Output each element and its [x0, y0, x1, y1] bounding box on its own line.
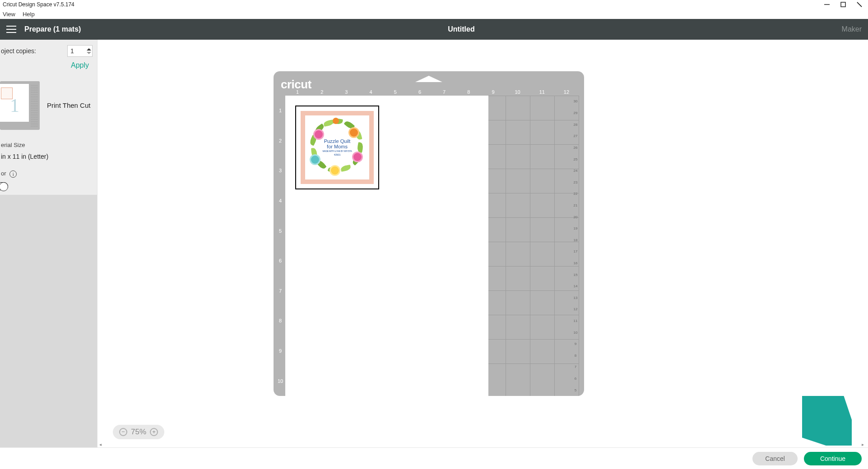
hamburger-icon[interactable] — [6, 26, 16, 33]
project-copies-input[interactable]: 1 — [67, 45, 93, 57]
zoom-in-icon[interactable]: + — [150, 428, 158, 436]
paper-area: Puzzle Quilt for Moms MADE WITH LOVE BY … — [285, 96, 488, 396]
svg-line-3 — [857, 2, 862, 7]
mirror-label: or — [1, 170, 6, 177]
material-size-label: erial Size — [0, 138, 97, 151]
mat-number: 1 — [10, 95, 19, 116]
ruler-vertical: 123 456 789 10 — [276, 96, 284, 396]
zoom-level: 75% — [131, 428, 146, 437]
annotation-arrow-icon — [802, 396, 852, 446]
window-title: Cricut Design Space v7.5.174 — [3, 1, 823, 8]
left-sidebar: oject copies: 1 Apply 1 Print Then Cut e… — [0, 40, 97, 447]
zoom-control[interactable]: − 75% + — [113, 425, 164, 439]
mat-handle-icon — [413, 74, 445, 83]
prepare-label: Prepare (1 mats) — [24, 25, 81, 33]
stepper-down-icon[interactable] — [87, 52, 91, 54]
sidebar-spacer — [0, 195, 97, 447]
mirror-toggle[interactable] — [0, 182, 8, 190]
mat-thumbnail-row[interactable]: 1 Print Then Cut — [0, 78, 97, 138]
canvas-area[interactable]: cricut 123 456 789 101112 123 456 789 10 — [97, 40, 868, 447]
window-close-icon[interactable] — [855, 0, 863, 9]
stepper-up-icon[interactable] — [87, 48, 91, 51]
scroll-right-icon[interactable]: ▸ — [862, 442, 866, 447]
cancel-button[interactable]: Cancel — [752, 452, 798, 465]
ruler-right-cm: 567 8910 111213 141516 171819 202122 232… — [572, 96, 579, 396]
cutting-mat[interactable]: cricut 123 456 789 101112 123 456 789 10 — [274, 71, 584, 396]
svg-rect-1 — [841, 2, 845, 7]
info-icon[interactable]: i — [9, 170, 17, 178]
window-titlebar: Cricut Design Space v7.5.174 — [0, 0, 868, 9]
mat-operation-label: Print Then Cut — [47, 101, 90, 110]
project-copies-label: oject copies: — [0, 47, 67, 55]
horizontal-scrollbar[interactable]: ◂ ▸ — [97, 441, 868, 447]
design-text: Puzzle Quilt for Moms MADE WITH LOVE BY … — [322, 138, 352, 156]
ruler-horizontal: 123 456 789 101112 — [285, 89, 579, 96]
app-header: Prepare (1 mats) Untitled Maker — [0, 19, 868, 40]
project-copies-value: 1 — [68, 47, 87, 55]
zoom-out-icon[interactable]: − — [119, 428, 127, 436]
window-maximize-icon[interactable] — [839, 0, 847, 9]
menubar: View Help — [0, 9, 868, 19]
apply-button[interactable]: Apply — [0, 60, 97, 78]
mat-thumbnail[interactable]: 1 — [0, 81, 40, 130]
scroll-left-icon[interactable]: ◂ — [99, 442, 104, 447]
project-title: Untitled — [81, 25, 841, 33]
menu-view[interactable]: View — [3, 11, 15, 18]
footer-bar: Cancel Continue — [0, 447, 868, 469]
window-minimize-icon[interactable] — [823, 0, 831, 9]
continue-button[interactable]: Continue — [804, 452, 862, 465]
svg-line-4 — [807, 400, 839, 433]
design-artwork[interactable]: Puzzle Quilt for Moms MADE WITH LOVE BY … — [295, 106, 379, 189]
device-label[interactable]: Maker — [842, 25, 862, 33]
material-size-value[interactable]: in x 11 in (Letter) — [0, 151, 97, 166]
wreath-graphic: Puzzle Quilt for Moms MADE WITH LOVE BY … — [310, 120, 364, 175]
menu-help[interactable]: Help — [23, 11, 35, 18]
